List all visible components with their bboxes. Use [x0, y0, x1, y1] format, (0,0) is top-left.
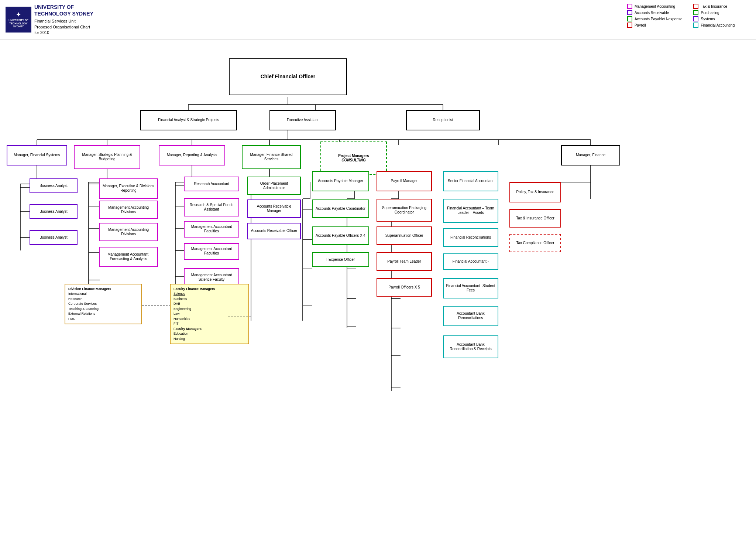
mgmt-acct-div-2-label: Management Accounting Divisions [102, 228, 155, 236]
payroll-officers-label: Payroll Officers X 5 [388, 285, 420, 290]
mgmt-acct-forecast-box: Management Accountant, Forecasting & Ana… [99, 247, 158, 267]
ap-coordinator-box: Accounts Payable Coordinator [312, 199, 369, 218]
faculty-list-law: Law [173, 311, 245, 317]
mgmt-acct-sci-label: Management Accountant Science Faculty [187, 273, 236, 282]
receptionist-box: Receptionist [406, 110, 480, 130]
exec-asst-box: Executive Assistant [269, 110, 336, 130]
senior-fin-acct-box: Senior Financial Accountant [443, 171, 498, 191]
fin-acct-student-box: Financial Accountant -Student Fees [443, 278, 498, 298]
fin-reconciliations-label: Financial Reconciliations [450, 235, 491, 240]
mgmt-acct-fac-1-box: Management Accountant Faculties [184, 221, 239, 238]
legend-box-magenta [627, 4, 632, 9]
chart-area: Chief Financial Officer Financial Analys… [0, 40, 756, 536]
legend-financial-accounting: Financial Accounting [693, 23, 749, 28]
mgr-fin-systems-label: Manager, Financial Systems [14, 153, 60, 157]
mgr-strategic-box: Manager, Strategic Planning & Budgeting [74, 145, 140, 169]
receptionist-label: Receptionist [433, 118, 453, 122]
ar-manager-label: Accounts Receivable Manager [250, 204, 298, 213]
super-officer-box: Superannuation Officer [377, 226, 432, 245]
faculty-list-title: Faculty Finance Managers [173, 287, 245, 292]
faculty-list-nursing: Nursing [173, 337, 245, 342]
ap-officers-box: Accounts Payable Officers X 4 [312, 226, 369, 245]
acct-bank-recon-box: Accountant Bank Reconciliations [443, 306, 498, 326]
legend-ap-iexpense: Accounts Payable/ I-expense [627, 16, 683, 21]
mgr-fin-systems-box: Manager, Financial Systems [7, 145, 67, 165]
senior-fin-acct-label: Senior Financial Accountant [448, 179, 494, 183]
exec-asst-label: Executive Assistant [287, 118, 319, 122]
bus-analyst-3-box: Business Analyst [30, 230, 78, 245]
legend-label: Financial Accounting [701, 23, 735, 27]
fin-acct-team-leader-label: Financial Accountant – Team Leader – Ass… [446, 206, 495, 215]
legend-label: Accounts Payable/ I-expense [635, 17, 683, 21]
ap-manager-label: Accounts Payable Manager [318, 179, 363, 183]
bus-analyst-2-box: Business Analyst [30, 204, 78, 219]
faculty-list-education: Education [173, 331, 245, 337]
bus-analyst-3-label: Business Analyst [39, 235, 68, 240]
legend-tax-insurance: Tax & Insurance [693, 4, 749, 9]
legend-box-red-tax [693, 4, 698, 9]
mgr-exec-div-label: Manager, Executive & Divisions Reporting [102, 184, 155, 193]
legend-label: Management Accounting [635, 4, 675, 8]
legend-label: Payroll [635, 23, 646, 27]
bus-analyst-1-label: Business Analyst [39, 184, 68, 188]
division-list-title: Division Finance Managers [68, 287, 138, 292]
faculty-list-science: Science [173, 291, 245, 297]
order-placement-box: Order Placement Administrator [247, 177, 301, 195]
ar-manager-box: Accounts Receivable Manager [247, 199, 301, 218]
legend-label: Accounts Receivable [635, 11, 669, 15]
mgr-exec-div-box: Manager, Executive & Divisions Reporting [99, 178, 158, 199]
acct-bank-recon-label: Accountant Bank Reconciliations [446, 311, 495, 320]
mgr-finance-label: Manager, Finance [576, 153, 605, 157]
legend-box-cyan [693, 23, 698, 28]
fin-accountant-box: Financial Accountant - [443, 253, 498, 270]
fa-strategic-label: Financial Analyst & Strategic Projects [158, 118, 219, 122]
legend-box-green-ap [627, 16, 632, 21]
mgmt-acct-fac-2-box: Management Accountant Faculties [184, 243, 239, 260]
tax-ins-officer-label: Tax & Insurance Officer [516, 216, 554, 221]
payroll-manager-label: Payroll Manager [391, 179, 418, 183]
payroll-team-leader-box: Payroll Team Leader [377, 252, 432, 271]
university-logo: ✦ UNIVERSITY OFTECHNOLOGYSYDNEY [6, 7, 31, 33]
legend-systems: Systems [693, 16, 749, 21]
division-list-external: External Relations [68, 311, 138, 317]
division-list-teaching: Teaching & Learning [68, 307, 138, 312]
faculty-list-engineering: Engineering [173, 307, 245, 312]
tax-compliance-box: Tax Compliance Officer [509, 234, 561, 252]
tax-compliance-label: Tax Compliance Officer [516, 241, 554, 245]
legend-box-green-purchasing [693, 10, 698, 15]
payroll-team-leader-label: Payroll Team Leader [387, 259, 421, 264]
mgr-strategic-label: Manager, Strategic Planning & Budgeting [77, 153, 137, 161]
legend-label: Purchasing [701, 11, 719, 15]
header: ✦ UNIVERSITY OFTECHNOLOGYSYDNEY UNIVERSI… [0, 0, 756, 40]
policy-tax-label: Policy, Tax & Insurance [516, 190, 554, 194]
ap-coordinator-label: Accounts Payable Coordinator [316, 206, 365, 211]
legend-box-red-payroll [627, 23, 632, 28]
super-packaging-box: Superannuation Packaging Coordinator [377, 199, 432, 222]
acct-bank-receipt-label: Accountant Bank Reconciliation & Receipt… [446, 342, 495, 351]
legend-box-purple [627, 10, 632, 15]
research-acct-label: Research Accountant [194, 182, 229, 186]
mgr-reporting-box: Manager, Reporting & Analysis [159, 145, 225, 165]
tax-ins-officer-box: Tax & Insurance Officer [509, 209, 561, 228]
order-placement-label: Order Placement Administrator [250, 181, 298, 190]
faculty-list-humanities: Humanities [173, 317, 245, 322]
fin-accountant-label: Financial Accountant - [453, 259, 489, 264]
acct-bank-receipt-box: Accountant Bank Reconciliation & Receipt… [443, 335, 498, 358]
ar-officer-label: Accounts Receivable Officer [251, 229, 297, 233]
mgr-fin-shared-box: Manager, Finance Shared Services [242, 145, 301, 169]
faculty-list-fit: FIT [173, 321, 245, 327]
policy-tax-box: Policy, Tax & Insurance [509, 182, 561, 202]
division-list-corporate: Corporate Services [68, 301, 138, 307]
legend-box-purple-systems [693, 16, 698, 21]
legend-management-accounting: Management Accounting [627, 4, 683, 9]
iexpense-officer-label: I-Expense Officer [326, 257, 355, 262]
mgr-reporting-label: Manager, Reporting & Analysis [167, 153, 217, 157]
org-name: UNIVERSITY OFTECHNOLOGY SYDNEY [34, 4, 93, 17]
payroll-officers-box: Payroll Officers X 5 [377, 278, 432, 297]
bus-analyst-2-label: Business Analyst [39, 209, 68, 214]
mgmt-acct-div-1-box: Management Accounting Divisions [99, 201, 158, 219]
fin-acct-team-leader-box: Financial Accountant – Team Leader – Ass… [443, 199, 498, 223]
super-packaging-label: Superannuation Packaging Coordinator [379, 206, 429, 215]
mgr-fin-shared-label: Manager, Finance Shared Services [245, 153, 298, 161]
ar-officer-box: Accounts Receivable Officer [247, 223, 301, 239]
